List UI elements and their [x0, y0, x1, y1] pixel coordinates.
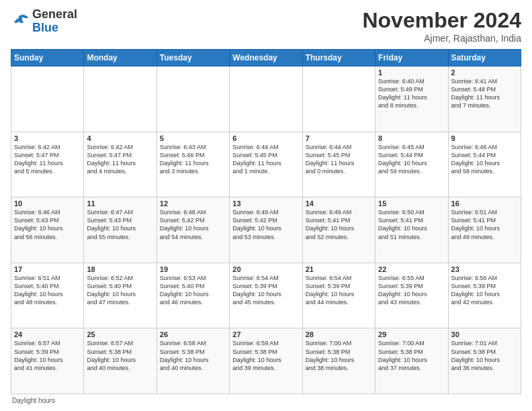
day-info: Sunrise: 6:42 AM Sunset: 5:47 PM Dayligh… — [14, 143, 81, 176]
days-header-row: SundayMondayTuesdayWednesdayThursdayFrid… — [11, 50, 521, 66]
day-info: Sunrise: 6:57 AM Sunset: 5:38 PM Dayligh… — [87, 339, 153, 372]
calendar-cell: 14Sunrise: 6:49 AM Sunset: 5:41 PM Dayli… — [302, 197, 375, 263]
day-number: 25 — [87, 330, 153, 338]
calendar-cell: 29Sunrise: 7:00 AM Sunset: 5:38 PM Dayli… — [375, 328, 448, 394]
logo-blue: Blue — [32, 21, 58, 34]
day-number: 2 — [451, 68, 518, 77]
day-info: Sunrise: 6:54 AM Sunset: 5:39 PM Dayligh… — [306, 274, 372, 307]
day-info: Sunrise: 6:46 AM Sunset: 5:44 PM Dayligh… — [451, 143, 518, 176]
footer-note: Daylight hours — [11, 397, 521, 404]
day-info: Sunrise: 6:56 AM Sunset: 5:39 PM Dayligh… — [451, 274, 518, 307]
day-info: Sunrise: 6:57 AM Sunset: 5:39 PM Dayligh… — [14, 339, 81, 372]
logo-text: General Blue — [32, 8, 77, 35]
calendar-cell: 19Sunrise: 6:53 AM Sunset: 5:40 PM Dayli… — [157, 263, 229, 328]
month-title: November 2024 — [362, 8, 521, 33]
day-info: Sunrise: 6:50 AM Sunset: 5:41 PM Dayligh… — [378, 208, 445, 241]
day-info: Sunrise: 6:52 AM Sunset: 5:40 PM Dayligh… — [87, 274, 153, 307]
day-info: Sunrise: 6:51 AM Sunset: 5:41 PM Dayligh… — [451, 208, 518, 241]
day-number: 13 — [232, 199, 299, 208]
day-number: 19 — [160, 265, 226, 273]
day-info: Sunrise: 6:45 AM Sunset: 5:44 PM Dayligh… — [378, 143, 445, 176]
day-number: 12 — [160, 199, 226, 208]
day-number: 26 — [160, 330, 226, 338]
day-number: 20 — [232, 265, 299, 273]
calendar-cell: 26Sunrise: 6:58 AM Sunset: 5:38 PM Dayli… — [157, 328, 229, 394]
day-header-friday: Friday — [375, 50, 448, 66]
day-info: Sunrise: 6:55 AM Sunset: 5:39 PM Dayligh… — [378, 274, 445, 307]
day-number: 10 — [14, 199, 81, 208]
calendar-cell: 18Sunrise: 6:52 AM Sunset: 5:40 PM Dayli… — [84, 263, 157, 328]
week-row-1: 1Sunrise: 6:40 AM Sunset: 5:49 PM Daylig… — [11, 66, 521, 132]
day-info: Sunrise: 6:48 AM Sunset: 5:42 PM Dayligh… — [160, 208, 226, 241]
calendar-cell — [84, 66, 157, 132]
day-info: Sunrise: 6:54 AM Sunset: 5:39 PM Dayligh… — [232, 274, 299, 307]
day-number: 1 — [378, 68, 445, 77]
day-info: Sunrise: 6:47 AM Sunset: 5:43 PM Dayligh… — [87, 208, 153, 241]
day-info: Sunrise: 6:41 AM Sunset: 5:48 PM Dayligh… — [451, 77, 518, 110]
day-header-tuesday: Tuesday — [157, 50, 229, 66]
calendar-cell: 1Sunrise: 6:40 AM Sunset: 5:49 PM Daylig… — [375, 66, 448, 132]
day-header-monday: Monday — [84, 50, 157, 66]
day-info: Sunrise: 6:46 AM Sunset: 5:43 PM Dayligh… — [14, 208, 81, 241]
calendar-cell: 23Sunrise: 6:56 AM Sunset: 5:39 PM Dayli… — [448, 263, 521, 328]
location: Ajmer, Rajasthan, India — [362, 33, 521, 44]
day-number: 28 — [306, 330, 372, 338]
calendar-cell: 3Sunrise: 6:42 AM Sunset: 5:47 PM Daylig… — [11, 132, 84, 197]
day-info: Sunrise: 6:53 AM Sunset: 5:40 PM Dayligh… — [160, 274, 226, 307]
day-number: 16 — [451, 199, 518, 208]
day-number: 23 — [451, 265, 518, 273]
day-number: 6 — [232, 134, 299, 142]
day-info: Sunrise: 7:00 AM Sunset: 5:38 PM Dayligh… — [306, 339, 372, 372]
calendar-cell: 6Sunrise: 6:44 AM Sunset: 5:45 PM Daylig… — [230, 132, 302, 197]
week-row-2: 3Sunrise: 6:42 AM Sunset: 5:47 PM Daylig… — [11, 132, 521, 197]
day-header-sunday: Sunday — [11, 50, 84, 66]
day-number: 17 — [14, 265, 81, 273]
calendar-cell: 2Sunrise: 6:41 AM Sunset: 5:48 PM Daylig… — [448, 66, 521, 132]
day-number: 3 — [14, 134, 81, 142]
calendar-cell — [230, 66, 302, 132]
day-info: Sunrise: 6:40 AM Sunset: 5:49 PM Dayligh… — [378, 77, 445, 110]
day-number: 18 — [87, 265, 153, 273]
calendar-cell: 20Sunrise: 6:54 AM Sunset: 5:39 PM Dayli… — [230, 263, 302, 328]
calendar-cell: 10Sunrise: 6:46 AM Sunset: 5:43 PM Dayli… — [11, 197, 84, 263]
calendar-cell: 16Sunrise: 6:51 AM Sunset: 5:41 PM Dayli… — [448, 197, 521, 263]
day-header-wednesday: Wednesday — [230, 50, 302, 66]
day-number: 24 — [14, 330, 81, 338]
day-info: Sunrise: 6:42 AM Sunset: 5:47 PM Dayligh… — [87, 143, 153, 176]
day-info: Sunrise: 7:01 AM Sunset: 5:38 PM Dayligh… — [451, 339, 518, 372]
day-number: 5 — [160, 134, 226, 142]
calendar-cell: 12Sunrise: 6:48 AM Sunset: 5:42 PM Dayli… — [157, 197, 229, 263]
day-number: 30 — [451, 330, 518, 338]
calendar-table: SundayMondayTuesdayWednesdayThursdayFrid… — [11, 49, 521, 394]
day-number: 4 — [87, 134, 153, 142]
day-info: Sunrise: 7:00 AM Sunset: 5:38 PM Dayligh… — [378, 339, 445, 372]
day-info: Sunrise: 6:59 AM Sunset: 5:38 PM Dayligh… — [232, 339, 299, 372]
calendar-cell: 30Sunrise: 7:01 AM Sunset: 5:38 PM Dayli… — [448, 328, 521, 394]
day-number: 22 — [378, 265, 445, 273]
calendar-cell: 13Sunrise: 6:49 AM Sunset: 5:42 PM Dayli… — [230, 197, 302, 263]
calendar-cell: 4Sunrise: 6:42 AM Sunset: 5:47 PM Daylig… — [84, 132, 157, 197]
calendar-cell — [157, 66, 229, 132]
day-number: 14 — [306, 199, 372, 208]
logo-bird-icon — [11, 12, 30, 31]
calendar-cell — [302, 66, 375, 132]
day-number: 15 — [378, 199, 445, 208]
day-number: 11 — [87, 199, 153, 208]
day-number: 21 — [306, 265, 372, 273]
day-info: Sunrise: 6:44 AM Sunset: 5:45 PM Dayligh… — [232, 143, 299, 176]
calendar-cell: 24Sunrise: 6:57 AM Sunset: 5:39 PM Dayli… — [11, 328, 84, 394]
calendar-cell: 5Sunrise: 6:43 AM Sunset: 5:46 PM Daylig… — [157, 132, 229, 197]
week-row-4: 17Sunrise: 6:51 AM Sunset: 5:40 PM Dayli… — [11, 263, 521, 328]
calendar-cell: 27Sunrise: 6:59 AM Sunset: 5:38 PM Dayli… — [230, 328, 302, 394]
day-number: 27 — [232, 330, 299, 338]
calendar-cell: 21Sunrise: 6:54 AM Sunset: 5:39 PM Dayli… — [302, 263, 375, 328]
calendar-cell: 17Sunrise: 6:51 AM Sunset: 5:40 PM Dayli… — [11, 263, 84, 328]
day-header-thursday: Thursday — [302, 50, 375, 66]
day-number: 8 — [378, 134, 445, 142]
day-info: Sunrise: 6:51 AM Sunset: 5:40 PM Dayligh… — [14, 274, 81, 307]
day-info: Sunrise: 6:49 AM Sunset: 5:41 PM Dayligh… — [306, 208, 372, 241]
day-header-saturday: Saturday — [448, 50, 521, 66]
calendar-cell: 15Sunrise: 6:50 AM Sunset: 5:41 PM Dayli… — [375, 197, 448, 263]
week-row-5: 24Sunrise: 6:57 AM Sunset: 5:39 PM Dayli… — [11, 328, 521, 394]
calendar-cell: 8Sunrise: 6:45 AM Sunset: 5:44 PM Daylig… — [375, 132, 448, 197]
